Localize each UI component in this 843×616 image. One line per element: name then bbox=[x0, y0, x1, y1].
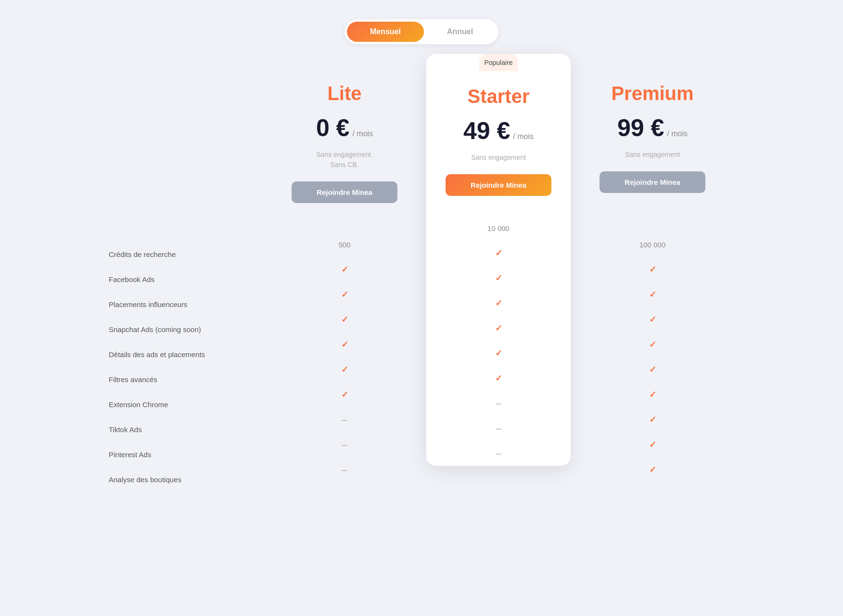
starter-price-amount: 49 € bbox=[463, 117, 510, 145]
feature-label-row: Placements influenceurs bbox=[109, 292, 263, 317]
starter-feature-val: ✓ bbox=[426, 366, 571, 391]
feature-label-row: Facebook Ads bbox=[109, 267, 263, 292]
premium-feature-val: ✓ bbox=[571, 307, 734, 332]
lite-feature-val: – bbox=[263, 457, 426, 482]
starter-join-button[interactable]: Rejoindre Minea bbox=[446, 174, 551, 196]
premium-price-period: / mois bbox=[667, 129, 688, 138]
lite-feature-values: 500✓✓✓✓✓✓––– bbox=[263, 232, 426, 482]
lite-feature-val: – bbox=[263, 432, 426, 457]
lite-plan-name: Lite bbox=[327, 83, 361, 104]
premium-plan-name: Premium bbox=[611, 83, 693, 104]
check-icon: ✓ bbox=[649, 264, 656, 275]
check-icon: ✓ bbox=[495, 323, 502, 334]
premium-feature-val: ✓ bbox=[571, 282, 734, 307]
check-icon: ✓ bbox=[341, 264, 348, 275]
dash-icon: – bbox=[496, 398, 501, 409]
premium-join-button[interactable]: Rejoindre Minea bbox=[600, 171, 705, 193]
check-icon: ✓ bbox=[341, 339, 348, 350]
lite-plan-column: Lite 0 € / mois Sans engagement.Sans CB.… bbox=[263, 68, 426, 482]
starter-feature-val: – bbox=[426, 391, 571, 416]
feature-label-row: Filtres avancés bbox=[109, 367, 263, 392]
check-icon: ✓ bbox=[341, 364, 348, 375]
lite-feature-val: 500 bbox=[263, 232, 426, 257]
premium-feature-val: ✓ bbox=[571, 382, 734, 407]
check-icon: ✓ bbox=[495, 298, 502, 308]
lite-plan-price: 0 € / mois bbox=[316, 114, 373, 142]
premium-plan-header: Premium 99 € / mois Sans engagement Rejo… bbox=[571, 68, 734, 232]
check-icon: ✓ bbox=[341, 289, 348, 300]
check-icon: ✓ bbox=[649, 464, 656, 475]
check-icon: ✓ bbox=[649, 414, 656, 425]
lite-feature-val: – bbox=[263, 407, 426, 432]
feature-label-row: Analyse des boutiques bbox=[109, 467, 263, 492]
premium-feature-val: ✓ bbox=[571, 332, 734, 357]
premium-feature-val: ✓ bbox=[571, 357, 734, 382]
starter-feature-val: – bbox=[426, 441, 571, 466]
starter-price-period: / mois bbox=[513, 132, 534, 141]
starter-plan-column: Populaire Starter 49 € / mois Sans engag… bbox=[426, 54, 571, 466]
check-icon: ✓ bbox=[341, 389, 348, 400]
check-icon: ✓ bbox=[649, 389, 656, 400]
starter-feature-val: ✓ bbox=[426, 266, 571, 291]
lite-feature-val: ✓ bbox=[263, 382, 426, 407]
dash-icon: – bbox=[342, 464, 347, 475]
lite-feature-val: ✓ bbox=[263, 257, 426, 282]
check-icon: ✓ bbox=[649, 364, 656, 375]
popular-badge: Populaire bbox=[479, 54, 517, 71]
starter-plan-header: Starter 49 € / mois Sans engagement Rejo… bbox=[426, 71, 571, 216]
mensuel-toggle-btn[interactable]: Mensuel bbox=[347, 22, 424, 42]
premium-feature-values: 100 000✓✓✓✓✓✓✓✓✓ bbox=[571, 232, 734, 482]
dash-icon: – bbox=[342, 414, 347, 425]
starter-feature-values: 10 000✓✓✓✓✓✓––– bbox=[426, 216, 571, 466]
starter-feature-val: 10 000 bbox=[426, 216, 571, 241]
billing-toggle: Mensuel Annuel bbox=[345, 19, 498, 44]
lite-join-button[interactable]: Rejoindre Minea bbox=[292, 181, 397, 203]
annuel-toggle-btn[interactable]: Annuel bbox=[424, 22, 496, 42]
starter-feature-val: – bbox=[426, 416, 571, 441]
check-icon: ✓ bbox=[649, 339, 656, 350]
feature-label-row: Extension Chrome bbox=[109, 392, 263, 417]
starter-feature-val: ✓ bbox=[426, 241, 571, 266]
dash-icon: – bbox=[496, 448, 501, 459]
starter-plan-note: Sans engagement bbox=[471, 153, 526, 163]
premium-plan-price: 99 € / mois bbox=[617, 114, 688, 142]
lite-plan-note: Sans engagement.Sans CB. bbox=[316, 150, 373, 170]
premium-plan-note: Sans engagement bbox=[625, 150, 680, 160]
premium-feature-val: ✓ bbox=[571, 257, 734, 282]
premium-feature-val: ✓ bbox=[571, 432, 734, 457]
premium-feature-val: 100 000 bbox=[571, 232, 734, 257]
lite-feature-val: ✓ bbox=[263, 357, 426, 382]
feature-label-row: Tiktok Ads bbox=[109, 417, 263, 442]
check-icon: ✓ bbox=[649, 289, 656, 300]
starter-plan-price: 49 € / mois bbox=[463, 117, 534, 145]
feature-label-row: Pinterest Ads bbox=[109, 442, 263, 467]
lite-price-amount: 0 € bbox=[316, 114, 350, 142]
lite-feature-val: ✓ bbox=[263, 332, 426, 357]
premium-feature-val: ✓ bbox=[571, 407, 734, 432]
check-icon: ✓ bbox=[649, 314, 656, 325]
premium-price-amount: 99 € bbox=[617, 114, 664, 142]
starter-feature-val: ✓ bbox=[426, 291, 571, 316]
lite-plan-header: Lite 0 € / mois Sans engagement.Sans CB.… bbox=[263, 68, 426, 232]
starter-feature-val: ✓ bbox=[426, 341, 571, 366]
check-icon: ✓ bbox=[341, 314, 348, 325]
credit-value: 100 000 bbox=[639, 241, 665, 249]
pricing-grid: Crédits de rechercheFacebook AdsPlacemen… bbox=[109, 68, 734, 492]
credit-value: 500 bbox=[338, 241, 350, 249]
check-icon: ✓ bbox=[495, 348, 502, 359]
feature-label-row: Crédits de recherche bbox=[109, 242, 263, 267]
credit-value: 10 000 bbox=[487, 224, 510, 232]
check-icon: ✓ bbox=[495, 248, 502, 258]
feature-label-row: Snapchat Ads (coming soon) bbox=[109, 317, 263, 342]
feature-label-row: Détails des ads et placements bbox=[109, 342, 263, 367]
premium-feature-val: ✓ bbox=[571, 457, 734, 482]
starter-feature-val: ✓ bbox=[426, 316, 571, 341]
features-column: Crédits de rechercheFacebook AdsPlacemen… bbox=[109, 68, 263, 492]
check-icon: ✓ bbox=[495, 373, 502, 384]
dash-icon: – bbox=[342, 439, 347, 450]
check-icon: ✓ bbox=[649, 439, 656, 450]
starter-plan-name: Starter bbox=[468, 86, 530, 107]
lite-feature-val: ✓ bbox=[263, 307, 426, 332]
premium-plan-column: Premium 99 € / mois Sans engagement Rejo… bbox=[571, 68, 734, 482]
lite-feature-val: ✓ bbox=[263, 282, 426, 307]
